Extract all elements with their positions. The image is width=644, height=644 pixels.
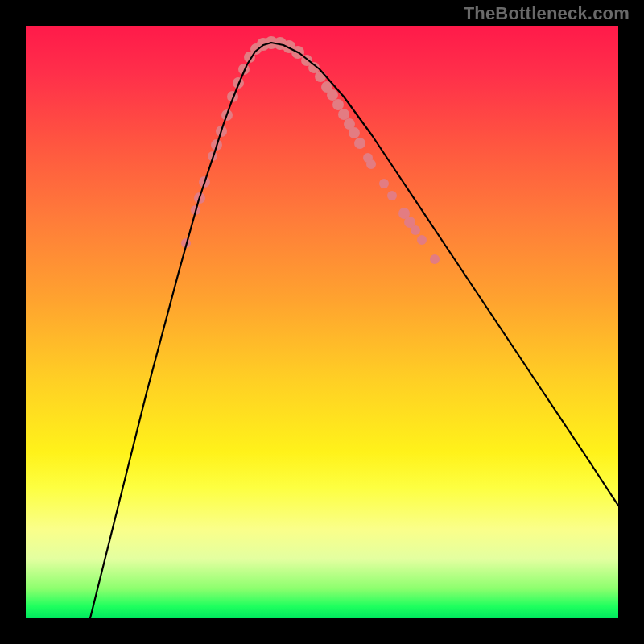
watermark-text: TheBottleneck.com bbox=[464, 3, 630, 24]
data-point bbox=[417, 235, 427, 245]
data-point bbox=[332, 99, 344, 110]
plot-area bbox=[26, 26, 618, 618]
data-point bbox=[349, 127, 360, 138]
data-point bbox=[411, 225, 420, 235]
data-point bbox=[354, 138, 365, 149]
data-point bbox=[430, 254, 440, 264]
data-point bbox=[327, 89, 338, 101]
data-point bbox=[379, 179, 389, 188]
data-point bbox=[315, 71, 326, 82]
dots-layer bbox=[181, 36, 440, 264]
data-point bbox=[387, 191, 397, 200]
chart-svg bbox=[26, 26, 618, 618]
chart-root: TheBottleneck.com bbox=[0, 0, 644, 644]
data-point bbox=[338, 109, 349, 120]
data-point bbox=[366, 159, 376, 169]
